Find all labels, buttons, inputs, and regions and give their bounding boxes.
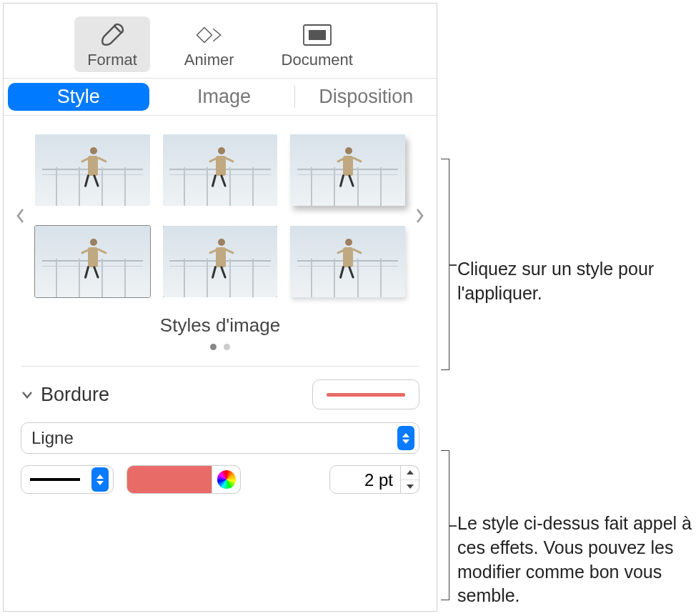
styles-section-title: Styles d'image [11, 314, 429, 337]
chevron-down-icon [21, 389, 34, 399]
color-picker-button[interactable] [212, 465, 241, 494]
line-style-select[interactable] [21, 465, 114, 494]
select-stepper-icon [91, 467, 109, 492]
style-thumbnail[interactable] [35, 134, 150, 206]
callout-tick [449, 264, 457, 266]
callout-text: Le style ci-dessus fait appel à ces effe… [457, 512, 693, 608]
tab-image[interactable]: Image [154, 79, 295, 115]
chevron-right-icon [414, 207, 424, 224]
callout-bracket [441, 159, 449, 370]
style-thumbnails [31, 127, 409, 304]
border-color-control [126, 465, 241, 494]
style-thumbnail[interactable] [290, 226, 405, 297]
document-tab-label: Document [282, 51, 353, 69]
image-styles-section: Styles d'image [4, 116, 437, 366]
styles-next-button[interactable] [409, 202, 429, 230]
styles-prev-button[interactable] [11, 202, 31, 230]
border-type-value: Ligne [31, 428, 74, 448]
border-preview-line [327, 393, 405, 397]
brush-icon [99, 21, 126, 49]
page-dot[interactable] [210, 344, 217, 350]
border-width-input[interactable]: 2 pt [329, 465, 401, 494]
stepper-down-icon [407, 485, 414, 489]
border-label: Bordure [41, 384, 109, 406]
page-dots [11, 344, 429, 350]
callout-text: Cliquez sur un style pour l'appliquer. [457, 257, 686, 306]
diamond-icon [194, 21, 224, 49]
document-icon [302, 21, 333, 49]
inspector-panel: Format Animer Document Style Image [3, 3, 437, 612]
format-tab-label: Format [87, 51, 137, 69]
select-stepper-icon [397, 426, 414, 450]
page-dot[interactable] [224, 344, 230, 350]
format-tab[interactable]: Format [74, 16, 150, 72]
border-preview[interactable] [312, 379, 419, 409]
color-wheel-icon [217, 470, 236, 489]
line-style-preview [30, 478, 80, 481]
animate-tab[interactable]: Animer [171, 16, 247, 72]
style-thumbnail[interactable] [35, 226, 150, 297]
tab-layout[interactable]: Disposition [295, 79, 437, 115]
callout-bracket [441, 450, 449, 600]
style-thumbnail[interactable] [163, 134, 278, 206]
svg-rect-1 [309, 30, 326, 40]
border-disclosure[interactable]: Bordure [21, 384, 109, 406]
callout-tick [449, 525, 457, 527]
style-thumbnail[interactable] [290, 134, 405, 206]
border-section: Bordure Ligne [4, 367, 437, 507]
document-tab[interactable]: Document [269, 16, 366, 72]
style-thumbnail[interactable] [163, 226, 278, 297]
border-type-select[interactable]: Ligne [21, 422, 419, 454]
chevron-left-icon [16, 207, 26, 224]
animate-tab-label: Animer [184, 51, 234, 69]
border-color-well[interactable] [126, 465, 212, 494]
inspector-toolbar: Format Animer Document [4, 4, 437, 79]
tab-style[interactable]: Style [8, 83, 149, 111]
border-width-stepper[interactable] [401, 465, 419, 494]
sub-tabs: Style Image Disposition [4, 79, 437, 116]
stepper-up-icon [407, 470, 414, 475]
